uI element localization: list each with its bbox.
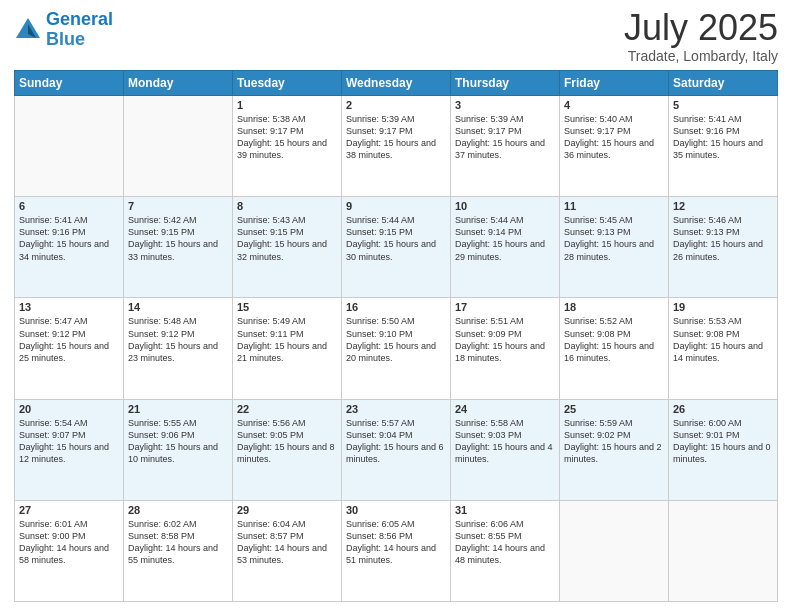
day-info: Sunrise: 5:51 AMSunset: 9:09 PMDaylight:… bbox=[455, 315, 555, 364]
title-block: July 2025 Tradate, Lombardy, Italy bbox=[624, 10, 778, 64]
day-number: 20 bbox=[19, 403, 119, 415]
calendar-day-cell: 13Sunrise: 5:47 AMSunset: 9:12 PMDayligh… bbox=[15, 298, 124, 399]
calendar-header-sunday: Sunday bbox=[15, 71, 124, 96]
calendar-day-cell: 10Sunrise: 5:44 AMSunset: 9:14 PMDayligh… bbox=[451, 197, 560, 298]
logo-line2: Blue bbox=[46, 29, 85, 49]
day-number: 13 bbox=[19, 301, 119, 313]
calendar-day-cell: 9Sunrise: 5:44 AMSunset: 9:15 PMDaylight… bbox=[342, 197, 451, 298]
calendar-day-cell: 28Sunrise: 6:02 AMSunset: 8:58 PMDayligh… bbox=[124, 500, 233, 601]
calendar-day-cell: 3Sunrise: 5:39 AMSunset: 9:17 PMDaylight… bbox=[451, 96, 560, 197]
calendar-header-thursday: Thursday bbox=[451, 71, 560, 96]
day-number: 27 bbox=[19, 504, 119, 516]
day-info: Sunrise: 5:44 AMSunset: 9:15 PMDaylight:… bbox=[346, 214, 446, 263]
day-info: Sunrise: 5:55 AMSunset: 9:06 PMDaylight:… bbox=[128, 417, 228, 466]
location: Tradate, Lombardy, Italy bbox=[624, 48, 778, 64]
day-number: 1 bbox=[237, 99, 337, 111]
calendar-day-cell: 27Sunrise: 6:01 AMSunset: 9:00 PMDayligh… bbox=[15, 500, 124, 601]
day-info: Sunrise: 6:06 AMSunset: 8:55 PMDaylight:… bbox=[455, 518, 555, 567]
day-number: 18 bbox=[564, 301, 664, 313]
calendar-day-cell: 21Sunrise: 5:55 AMSunset: 9:06 PMDayligh… bbox=[124, 399, 233, 500]
day-info: Sunrise: 5:50 AMSunset: 9:10 PMDaylight:… bbox=[346, 315, 446, 364]
calendar-week-row: 20Sunrise: 5:54 AMSunset: 9:07 PMDayligh… bbox=[15, 399, 778, 500]
day-number: 21 bbox=[128, 403, 228, 415]
day-number: 28 bbox=[128, 504, 228, 516]
day-info: Sunrise: 5:41 AMSunset: 9:16 PMDaylight:… bbox=[673, 113, 773, 162]
calendar-day-cell: 14Sunrise: 5:48 AMSunset: 9:12 PMDayligh… bbox=[124, 298, 233, 399]
day-number: 15 bbox=[237, 301, 337, 313]
logo-line1: General bbox=[46, 9, 113, 29]
day-number: 16 bbox=[346, 301, 446, 313]
calendar-day-cell: 17Sunrise: 5:51 AMSunset: 9:09 PMDayligh… bbox=[451, 298, 560, 399]
calendar-day-cell: 7Sunrise: 5:42 AMSunset: 9:15 PMDaylight… bbox=[124, 197, 233, 298]
day-number: 5 bbox=[673, 99, 773, 111]
day-info: Sunrise: 5:46 AMSunset: 9:13 PMDaylight:… bbox=[673, 214, 773, 263]
day-info: Sunrise: 5:39 AMSunset: 9:17 PMDaylight:… bbox=[455, 113, 555, 162]
logo-text: General Blue bbox=[46, 10, 113, 50]
day-number: 17 bbox=[455, 301, 555, 313]
day-info: Sunrise: 5:58 AMSunset: 9:03 PMDaylight:… bbox=[455, 417, 555, 466]
calendar-day-cell: 26Sunrise: 6:00 AMSunset: 9:01 PMDayligh… bbox=[669, 399, 778, 500]
day-info: Sunrise: 5:42 AMSunset: 9:15 PMDaylight:… bbox=[128, 214, 228, 263]
calendar-day-cell: 2Sunrise: 5:39 AMSunset: 9:17 PMDaylight… bbox=[342, 96, 451, 197]
calendar-day-cell bbox=[15, 96, 124, 197]
day-number: 6 bbox=[19, 200, 119, 212]
calendar-day-cell bbox=[124, 96, 233, 197]
day-number: 10 bbox=[455, 200, 555, 212]
day-info: Sunrise: 6:01 AMSunset: 9:00 PMDaylight:… bbox=[19, 518, 119, 567]
day-number: 26 bbox=[673, 403, 773, 415]
day-info: Sunrise: 5:44 AMSunset: 9:14 PMDaylight:… bbox=[455, 214, 555, 263]
calendar-day-cell: 30Sunrise: 6:05 AMSunset: 8:56 PMDayligh… bbox=[342, 500, 451, 601]
day-number: 11 bbox=[564, 200, 664, 212]
calendar-day-cell bbox=[560, 500, 669, 601]
day-info: Sunrise: 5:41 AMSunset: 9:16 PMDaylight:… bbox=[19, 214, 119, 263]
calendar-header-friday: Friday bbox=[560, 71, 669, 96]
day-number: 12 bbox=[673, 200, 773, 212]
calendar-day-cell: 5Sunrise: 5:41 AMSunset: 9:16 PMDaylight… bbox=[669, 96, 778, 197]
day-info: Sunrise: 5:54 AMSunset: 9:07 PMDaylight:… bbox=[19, 417, 119, 466]
calendar-day-cell: 15Sunrise: 5:49 AMSunset: 9:11 PMDayligh… bbox=[233, 298, 342, 399]
day-info: Sunrise: 5:39 AMSunset: 9:17 PMDaylight:… bbox=[346, 113, 446, 162]
month-title: July 2025 bbox=[624, 10, 778, 46]
day-number: 9 bbox=[346, 200, 446, 212]
day-number: 19 bbox=[673, 301, 773, 313]
day-number: 25 bbox=[564, 403, 664, 415]
day-info: Sunrise: 5:40 AMSunset: 9:17 PMDaylight:… bbox=[564, 113, 664, 162]
calendar: SundayMondayTuesdayWednesdayThursdayFrid… bbox=[14, 70, 778, 602]
day-number: 2 bbox=[346, 99, 446, 111]
calendar-day-cell: 12Sunrise: 5:46 AMSunset: 9:13 PMDayligh… bbox=[669, 197, 778, 298]
day-number: 29 bbox=[237, 504, 337, 516]
day-info: Sunrise: 5:47 AMSunset: 9:12 PMDaylight:… bbox=[19, 315, 119, 364]
calendar-day-cell: 19Sunrise: 5:53 AMSunset: 9:08 PMDayligh… bbox=[669, 298, 778, 399]
day-info: Sunrise: 5:59 AMSunset: 9:02 PMDaylight:… bbox=[564, 417, 664, 466]
calendar-day-cell: 1Sunrise: 5:38 AMSunset: 9:17 PMDaylight… bbox=[233, 96, 342, 197]
day-number: 14 bbox=[128, 301, 228, 313]
calendar-header-wednesday: Wednesday bbox=[342, 71, 451, 96]
calendar-day-cell: 18Sunrise: 5:52 AMSunset: 9:08 PMDayligh… bbox=[560, 298, 669, 399]
day-info: Sunrise: 5:45 AMSunset: 9:13 PMDaylight:… bbox=[564, 214, 664, 263]
calendar-day-cell: 6Sunrise: 5:41 AMSunset: 9:16 PMDaylight… bbox=[15, 197, 124, 298]
header: General Blue July 2025 Tradate, Lombardy… bbox=[14, 10, 778, 64]
calendar-day-cell: 22Sunrise: 5:56 AMSunset: 9:05 PMDayligh… bbox=[233, 399, 342, 500]
calendar-day-cell: 25Sunrise: 5:59 AMSunset: 9:02 PMDayligh… bbox=[560, 399, 669, 500]
calendar-day-cell: 11Sunrise: 5:45 AMSunset: 9:13 PMDayligh… bbox=[560, 197, 669, 298]
day-info: Sunrise: 6:02 AMSunset: 8:58 PMDaylight:… bbox=[128, 518, 228, 567]
logo: General Blue bbox=[14, 10, 113, 50]
day-number: 4 bbox=[564, 99, 664, 111]
day-info: Sunrise: 6:04 AMSunset: 8:57 PMDaylight:… bbox=[237, 518, 337, 567]
calendar-header-saturday: Saturday bbox=[669, 71, 778, 96]
logo-icon bbox=[14, 16, 42, 44]
day-info: Sunrise: 5:43 AMSunset: 9:15 PMDaylight:… bbox=[237, 214, 337, 263]
day-number: 24 bbox=[455, 403, 555, 415]
day-info: Sunrise: 5:56 AMSunset: 9:05 PMDaylight:… bbox=[237, 417, 337, 466]
day-number: 30 bbox=[346, 504, 446, 516]
calendar-week-row: 6Sunrise: 5:41 AMSunset: 9:16 PMDaylight… bbox=[15, 197, 778, 298]
day-number: 8 bbox=[237, 200, 337, 212]
calendar-day-cell: 16Sunrise: 5:50 AMSunset: 9:10 PMDayligh… bbox=[342, 298, 451, 399]
day-number: 22 bbox=[237, 403, 337, 415]
day-info: Sunrise: 5:52 AMSunset: 9:08 PMDaylight:… bbox=[564, 315, 664, 364]
calendar-day-cell: 8Sunrise: 5:43 AMSunset: 9:15 PMDaylight… bbox=[233, 197, 342, 298]
calendar-day-cell: 24Sunrise: 5:58 AMSunset: 9:03 PMDayligh… bbox=[451, 399, 560, 500]
calendar-day-cell: 23Sunrise: 5:57 AMSunset: 9:04 PMDayligh… bbox=[342, 399, 451, 500]
day-number: 31 bbox=[455, 504, 555, 516]
calendar-day-cell: 20Sunrise: 5:54 AMSunset: 9:07 PMDayligh… bbox=[15, 399, 124, 500]
